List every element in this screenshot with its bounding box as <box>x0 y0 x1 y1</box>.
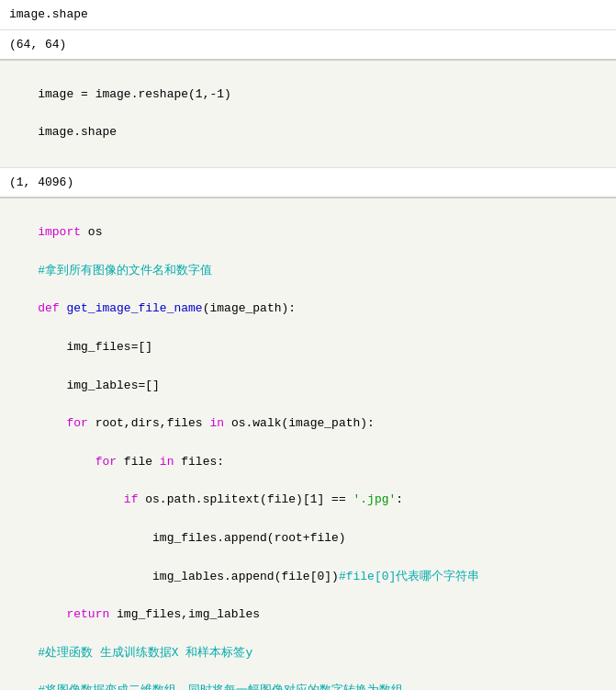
code-block-1: image = image.reshape(1,-1) image.shape <box>0 61 616 168</box>
output-text-1: image.shape <box>9 7 88 21</box>
output-block-1: image.shape <box>0 0 616 30</box>
output-text-3: (1, 4096) <box>9 175 73 189</box>
output-block-2: (64, 64) <box>0 30 616 62</box>
output-text-2: (64, 64) <box>9 38 66 51</box>
code-block-2: import os #拿到所有图像的文件名和数字值 def get_image_… <box>0 198 616 690</box>
output-block-3: (1, 4096) <box>0 168 616 199</box>
page-container: image.shape (64, 64) image = image.resha… <box>0 0 616 690</box>
